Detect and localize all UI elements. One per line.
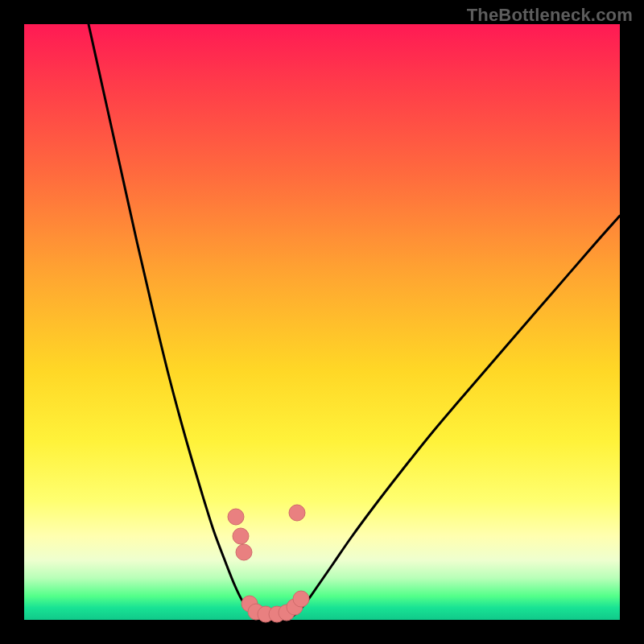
marker-dot [233,528,249,544]
marker-dot [228,509,244,525]
curve-layer [24,24,620,620]
valley-markers [228,505,309,622]
right-curve [290,216,620,618]
watermark-text: TheBottleneck.com [467,5,633,26]
chart-frame: TheBottleneck.com [0,0,644,644]
marker-dot [293,591,309,607]
left-curve [89,24,259,618]
marker-dot [289,505,305,521]
marker-dot [236,544,252,560]
plot-area [24,24,620,620]
